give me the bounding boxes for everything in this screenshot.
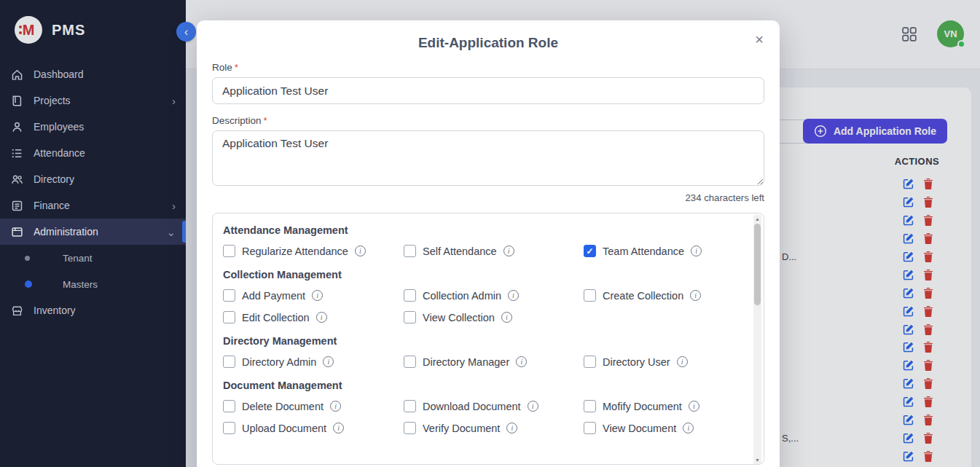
permission-view-document[interactable]: View Documenti	[584, 422, 742, 434]
scrollbar[interactable]: ▲ ▼	[753, 215, 761, 464]
edit-application-role-modal: Edit-Application Role × Role* Descriptio…	[197, 20, 780, 467]
permission-section: Directory ManagementDirectory AdminiDire…	[223, 335, 742, 368]
info-icon: i	[312, 290, 323, 301]
info-icon: i	[323, 356, 334, 367]
permission-upload-document[interactable]: Upload Documenti	[223, 422, 404, 434]
section-title: Collection Management	[223, 269, 742, 280]
info-icon: i	[516, 356, 527, 367]
modal-title: Edit-Application Role	[212, 20, 764, 51]
characters-left-counter: 234 characters left	[212, 192, 764, 203]
info-icon: i	[501, 312, 512, 323]
checkbox-icon[interactable]	[584, 289, 596, 302]
permission-section: Attendance ManagementRegularize Attendan…	[223, 224, 742, 257]
permission-self-attendance[interactable]: Self Attendancei	[404, 245, 584, 257]
info-icon: i	[690, 290, 701, 301]
info-icon: i	[528, 401, 538, 412]
permission-team-attendance[interactable]: ✓Team Attendancei	[584, 245, 742, 257]
info-icon: i	[316, 312, 327, 323]
permissions-panel: Attendance ManagementRegularize Attendan…	[212, 213, 764, 465]
info-icon: i	[683, 423, 694, 433]
info-icon: i	[503, 246, 514, 256]
info-icon: i	[333, 423, 344, 433]
checkbox-icon[interactable]	[404, 422, 416, 434]
description-label: Description*	[212, 115, 764, 126]
permission-directory-manager[interactable]: Directory Manageri	[404, 356, 584, 368]
permission-verify-document[interactable]: Verify Documenti	[404, 422, 584, 434]
permission-regularize-attendance[interactable]: Regularize Attendancei	[223, 245, 404, 257]
permission-view-collection[interactable]: View Collectioni	[404, 311, 584, 323]
permission-collection-admin[interactable]: Collection Admini	[404, 289, 584, 302]
close-icon[interactable]: ×	[752, 29, 767, 50]
permission-mofify-document[interactable]: Mofify Documenti	[584, 400, 742, 412]
info-icon: i	[689, 401, 699, 412]
required-asterisk: *	[264, 115, 267, 126]
checkbox-icon[interactable]	[223, 289, 235, 302]
info-icon: i	[330, 401, 341, 412]
scroll-down-icon[interactable]: ▼	[753, 456, 761, 464]
description-textarea[interactable]: Application Test User	[212, 130, 764, 186]
permission-delete-document[interactable]: Delete Documenti	[223, 400, 404, 412]
info-icon: i	[506, 423, 517, 433]
permission-create-collection[interactable]: Create Collectioni	[584, 289, 742, 302]
checkbox-icon[interactable]	[404, 245, 416, 257]
checkbox-icon[interactable]	[404, 311, 416, 323]
required-asterisk: *	[235, 62, 238, 73]
permission-directory-admin[interactable]: Directory Admini	[223, 356, 404, 368]
checkbox-icon[interactable]	[404, 289, 416, 302]
checkbox-icon[interactable]: ✓	[584, 245, 596, 257]
info-icon: i	[355, 246, 366, 256]
checkbox-icon[interactable]	[584, 400, 596, 412]
scrollbar-thumb[interactable]	[754, 224, 761, 305]
role-label: Role*	[212, 62, 764, 73]
permission-add-payment[interactable]: Add Paymenti	[223, 289, 404, 302]
permission-edit-collection[interactable]: Edit Collectioni	[223, 311, 404, 323]
checkbox-icon[interactable]	[584, 356, 596, 368]
checkbox-icon[interactable]	[223, 400, 235, 412]
checkbox-icon[interactable]	[223, 422, 235, 434]
permissions-list: Attendance ManagementRegularize Attendan…	[223, 224, 742, 434]
permission-directory-user[interactable]: Directory Useri	[584, 356, 742, 368]
role-input[interactable]	[212, 77, 764, 104]
checkbox-icon[interactable]	[223, 356, 235, 368]
checkbox-icon[interactable]	[223, 245, 235, 257]
info-icon: i	[677, 356, 688, 367]
checkbox-icon[interactable]	[404, 356, 416, 368]
checkbox-icon[interactable]	[223, 311, 235, 323]
permission-section: Collection ManagementAdd PaymentiCollect…	[223, 269, 742, 323]
section-title: Document Management	[223, 380, 742, 391]
checkbox-icon[interactable]	[584, 422, 596, 434]
permission-download-document[interactable]: Download Documenti	[404, 400, 584, 412]
scroll-up-icon[interactable]: ▲	[753, 215, 761, 223]
section-title: Attendance Management	[223, 224, 742, 236]
info-icon: i	[691, 246, 702, 256]
section-title: Directory Management	[223, 335, 742, 347]
info-icon: i	[508, 290, 519, 301]
permission-section: Document ManagementDelete DocumentiDownl…	[223, 380, 742, 434]
checkbox-icon[interactable]	[404, 400, 416, 412]
